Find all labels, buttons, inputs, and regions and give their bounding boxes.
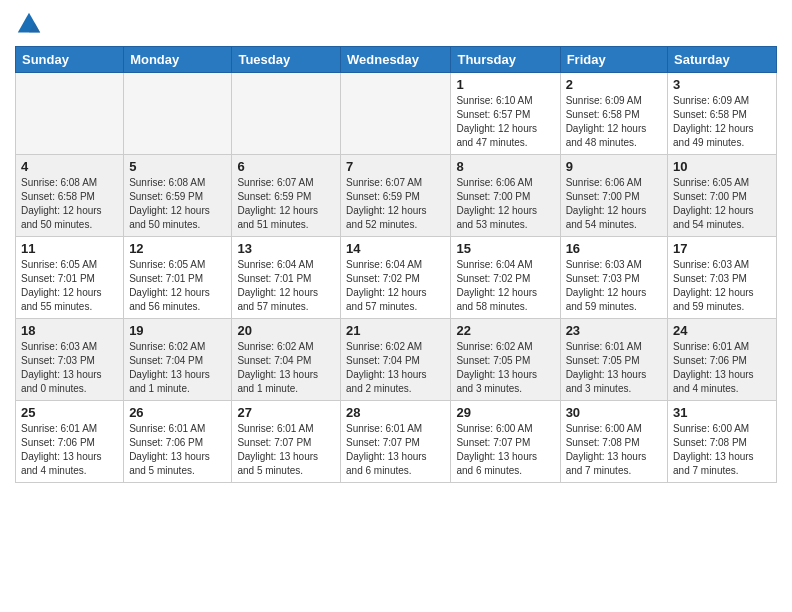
day-info: Sunrise: 6:09 AMSunset: 6:58 PMDaylight:… (566, 94, 662, 150)
day-number: 9 (566, 159, 662, 174)
calendar-day-cell: 15Sunrise: 6:04 AMSunset: 7:02 PMDayligh… (451, 237, 560, 319)
weekday-header: Monday (124, 47, 232, 73)
day-number: 2 (566, 77, 662, 92)
calendar-day-cell: 26Sunrise: 6:01 AMSunset: 7:06 PMDayligh… (124, 401, 232, 483)
calendar-day-cell: 5Sunrise: 6:08 AMSunset: 6:59 PMDaylight… (124, 155, 232, 237)
calendar-day-cell: 23Sunrise: 6:01 AMSunset: 7:05 PMDayligh… (560, 319, 667, 401)
calendar-day-cell: 21Sunrise: 6:02 AMSunset: 7:04 PMDayligh… (341, 319, 451, 401)
day-info: Sunrise: 6:07 AMSunset: 6:59 PMDaylight:… (346, 176, 445, 232)
day-info: Sunrise: 6:04 AMSunset: 7:01 PMDaylight:… (237, 258, 335, 314)
calendar-week-row: 25Sunrise: 6:01 AMSunset: 7:06 PMDayligh… (16, 401, 777, 483)
day-number: 13 (237, 241, 335, 256)
day-number: 14 (346, 241, 445, 256)
calendar-day-cell: 24Sunrise: 6:01 AMSunset: 7:06 PMDayligh… (668, 319, 777, 401)
day-info: Sunrise: 6:10 AMSunset: 6:57 PMDaylight:… (456, 94, 554, 150)
calendar-day-cell: 13Sunrise: 6:04 AMSunset: 7:01 PMDayligh… (232, 237, 341, 319)
weekday-header: Saturday (668, 47, 777, 73)
calendar-day-cell: 22Sunrise: 6:02 AMSunset: 7:05 PMDayligh… (451, 319, 560, 401)
day-number: 20 (237, 323, 335, 338)
weekday-header: Thursday (451, 47, 560, 73)
day-number: 11 (21, 241, 118, 256)
day-info: Sunrise: 6:08 AMSunset: 6:59 PMDaylight:… (129, 176, 226, 232)
day-info: Sunrise: 6:02 AMSunset: 7:04 PMDaylight:… (237, 340, 335, 396)
day-info: Sunrise: 6:02 AMSunset: 7:04 PMDaylight:… (346, 340, 445, 396)
calendar-day-cell: 9Sunrise: 6:06 AMSunset: 7:00 PMDaylight… (560, 155, 667, 237)
day-info: Sunrise: 6:02 AMSunset: 7:04 PMDaylight:… (129, 340, 226, 396)
calendar-day-cell: 11Sunrise: 6:05 AMSunset: 7:01 PMDayligh… (16, 237, 124, 319)
calendar-week-row: 11Sunrise: 6:05 AMSunset: 7:01 PMDayligh… (16, 237, 777, 319)
calendar-day-cell: 25Sunrise: 6:01 AMSunset: 7:06 PMDayligh… (16, 401, 124, 483)
calendar-day-cell: 20Sunrise: 6:02 AMSunset: 7:04 PMDayligh… (232, 319, 341, 401)
calendar-day-cell: 17Sunrise: 6:03 AMSunset: 7:03 PMDayligh… (668, 237, 777, 319)
day-info: Sunrise: 6:00 AMSunset: 7:08 PMDaylight:… (673, 422, 771, 478)
calendar-week-row: 4Sunrise: 6:08 AMSunset: 6:58 PMDaylight… (16, 155, 777, 237)
day-number: 26 (129, 405, 226, 420)
calendar-day-cell: 6Sunrise: 6:07 AMSunset: 6:59 PMDaylight… (232, 155, 341, 237)
day-number: 7 (346, 159, 445, 174)
calendar-day-cell (341, 73, 451, 155)
day-info: Sunrise: 6:03 AMSunset: 7:03 PMDaylight:… (673, 258, 771, 314)
calendar-day-cell (16, 73, 124, 155)
day-info: Sunrise: 6:04 AMSunset: 7:02 PMDaylight:… (346, 258, 445, 314)
day-info: Sunrise: 6:08 AMSunset: 6:58 PMDaylight:… (21, 176, 118, 232)
calendar-day-cell: 3Sunrise: 6:09 AMSunset: 6:58 PMDaylight… (668, 73, 777, 155)
day-number: 30 (566, 405, 662, 420)
day-number: 10 (673, 159, 771, 174)
calendar-header-row: SundayMondayTuesdayWednesdayThursdayFrid… (16, 47, 777, 73)
day-number: 31 (673, 405, 771, 420)
day-number: 1 (456, 77, 554, 92)
day-number: 6 (237, 159, 335, 174)
day-info: Sunrise: 6:07 AMSunset: 6:59 PMDaylight:… (237, 176, 335, 232)
calendar-day-cell (232, 73, 341, 155)
day-number: 8 (456, 159, 554, 174)
calendar-day-cell: 10Sunrise: 6:05 AMSunset: 7:00 PMDayligh… (668, 155, 777, 237)
day-number: 12 (129, 241, 226, 256)
calendar-day-cell: 14Sunrise: 6:04 AMSunset: 7:02 PMDayligh… (341, 237, 451, 319)
day-number: 27 (237, 405, 335, 420)
day-number: 16 (566, 241, 662, 256)
day-number: 17 (673, 241, 771, 256)
calendar-day-cell: 31Sunrise: 6:00 AMSunset: 7:08 PMDayligh… (668, 401, 777, 483)
day-info: Sunrise: 6:09 AMSunset: 6:58 PMDaylight:… (673, 94, 771, 150)
calendar-day-cell: 28Sunrise: 6:01 AMSunset: 7:07 PMDayligh… (341, 401, 451, 483)
day-info: Sunrise: 6:01 AMSunset: 7:06 PMDaylight:… (129, 422, 226, 478)
weekday-header: Tuesday (232, 47, 341, 73)
day-info: Sunrise: 6:05 AMSunset: 7:01 PMDaylight:… (21, 258, 118, 314)
logo (15, 10, 45, 38)
day-number: 21 (346, 323, 445, 338)
calendar-day-cell: 30Sunrise: 6:00 AMSunset: 7:08 PMDayligh… (560, 401, 667, 483)
calendar-day-cell: 18Sunrise: 6:03 AMSunset: 7:03 PMDayligh… (16, 319, 124, 401)
day-info: Sunrise: 6:02 AMSunset: 7:05 PMDaylight:… (456, 340, 554, 396)
calendar-table: SundayMondayTuesdayWednesdayThursdayFrid… (15, 46, 777, 483)
day-info: Sunrise: 6:05 AMSunset: 7:01 PMDaylight:… (129, 258, 226, 314)
main-container: SundayMondayTuesdayWednesdayThursdayFrid… (0, 0, 792, 493)
day-info: Sunrise: 6:04 AMSunset: 7:02 PMDaylight:… (456, 258, 554, 314)
day-info: Sunrise: 6:06 AMSunset: 7:00 PMDaylight:… (566, 176, 662, 232)
day-number: 19 (129, 323, 226, 338)
day-info: Sunrise: 6:03 AMSunset: 7:03 PMDaylight:… (21, 340, 118, 396)
calendar-day-cell: 16Sunrise: 6:03 AMSunset: 7:03 PMDayligh… (560, 237, 667, 319)
calendar-day-cell (124, 73, 232, 155)
day-number: 15 (456, 241, 554, 256)
calendar-day-cell: 27Sunrise: 6:01 AMSunset: 7:07 PMDayligh… (232, 401, 341, 483)
day-number: 25 (21, 405, 118, 420)
day-number: 22 (456, 323, 554, 338)
day-info: Sunrise: 6:01 AMSunset: 7:07 PMDaylight:… (346, 422, 445, 478)
day-info: Sunrise: 6:01 AMSunset: 7:07 PMDaylight:… (237, 422, 335, 478)
calendar-day-cell: 29Sunrise: 6:00 AMSunset: 7:07 PMDayligh… (451, 401, 560, 483)
day-info: Sunrise: 6:01 AMSunset: 7:06 PMDaylight:… (21, 422, 118, 478)
calendar-day-cell: 19Sunrise: 6:02 AMSunset: 7:04 PMDayligh… (124, 319, 232, 401)
calendar-week-row: 1Sunrise: 6:10 AMSunset: 6:57 PMDaylight… (16, 73, 777, 155)
calendar-day-cell: 12Sunrise: 6:05 AMSunset: 7:01 PMDayligh… (124, 237, 232, 319)
day-number: 23 (566, 323, 662, 338)
calendar-day-cell: 7Sunrise: 6:07 AMSunset: 6:59 PMDaylight… (341, 155, 451, 237)
day-number: 28 (346, 405, 445, 420)
weekday-header: Wednesday (341, 47, 451, 73)
day-number: 29 (456, 405, 554, 420)
day-info: Sunrise: 6:01 AMSunset: 7:06 PMDaylight:… (673, 340, 771, 396)
day-info: Sunrise: 6:03 AMSunset: 7:03 PMDaylight:… (566, 258, 662, 314)
calendar-week-row: 18Sunrise: 6:03 AMSunset: 7:03 PMDayligh… (16, 319, 777, 401)
day-info: Sunrise: 6:00 AMSunset: 7:08 PMDaylight:… (566, 422, 662, 478)
calendar-day-cell: 8Sunrise: 6:06 AMSunset: 7:00 PMDaylight… (451, 155, 560, 237)
day-info: Sunrise: 6:05 AMSunset: 7:00 PMDaylight:… (673, 176, 771, 232)
